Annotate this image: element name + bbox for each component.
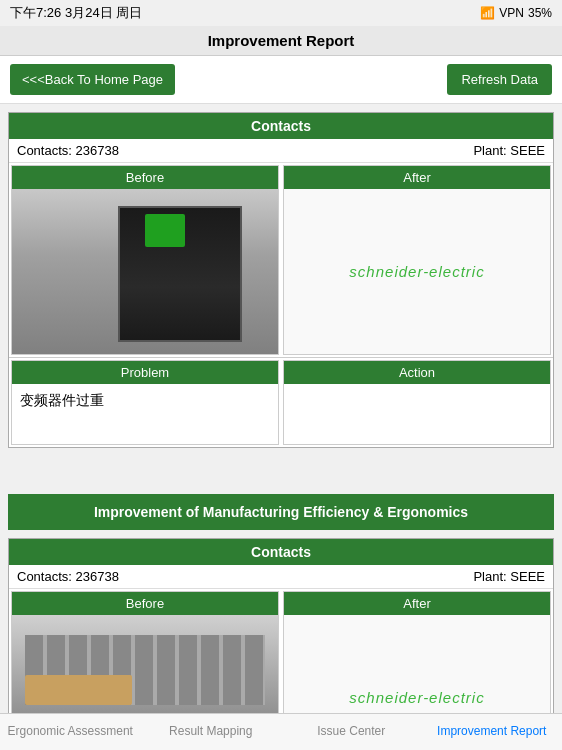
battery-label: 35% [528,6,552,20]
before-image-2 [12,615,278,715]
wifi-icon: 📶 [480,6,495,20]
contacts-header-2: Contacts [9,539,553,565]
tab-result-mapping[interactable]: Result Mapping [141,722,282,740]
factory-scene-2 [12,615,278,715]
top-toolbar: <<<Back To Home Page Refresh Data [0,56,562,104]
refresh-data-button[interactable]: Refresh Data [447,64,552,95]
after-image-1: schneider-electric [284,189,550,354]
contacts-row-2: Contacts: 236738 Plant: SEEE [9,565,553,589]
tab-improvement-report[interactable]: Improvement Report [422,722,563,740]
problem-panel-1: Problem 变频器件过重 [11,360,279,445]
schneider-logo-2: schneider-electric [349,689,484,706]
problem-content-1: 变频器件过重 [12,384,278,444]
page-title: Improvement Report [0,26,562,56]
image-row-1: Before After schneider-electric [9,163,553,358]
vpn-label: VPN [499,6,524,20]
schneider-logo-1: schneider-electric [349,263,484,280]
action-content-1 [284,384,550,444]
contacts-header-1: Contacts [9,113,553,139]
before-image-1 [12,189,278,354]
improvement-banner: Improvement of Manufacturing Efficiency … [8,494,554,530]
contacts-row-1: Contacts: 236738 Plant: SEEE [9,139,553,163]
problem-action-row-1: Problem 变频器件过重 Action [9,358,553,447]
tab-bar: Ergonomic Assessment Result Mapping Issu… [0,713,562,750]
factory-scene-1 [12,189,278,354]
after-header-1: After [284,166,550,189]
action-header-1: Action [284,361,550,384]
contacts-value-2: Contacts: 236738 [17,569,119,584]
problem-header-1: Problem [12,361,278,384]
plant-value-1: Plant: SEEE [473,143,545,158]
plant-value-2: Plant: SEEE [473,569,545,584]
report-block-1: Contacts Contacts: 236738 Plant: SEEE Be… [8,112,554,448]
contacts-value-1: Contacts: 236738 [17,143,119,158]
spacer-1 [0,456,562,486]
action-panel-1: Action [283,360,551,445]
before-panel-1: Before [11,165,279,355]
status-icons: 📶 VPN 35% [480,6,552,20]
tab-ergonomic-assessment[interactable]: Ergonomic Assessment [0,722,141,740]
before-header-2: Before [12,592,278,615]
before-header-1: Before [12,166,278,189]
status-time-date: 下午7:26 3月24日 周日 [10,4,142,22]
after-header-2: After [284,592,550,615]
tab-issue-center[interactable]: Issue Center [281,722,422,740]
after-panel-1: After schneider-electric [283,165,551,355]
status-bar: 下午7:26 3月24日 周日 📶 VPN 35% [0,0,562,26]
back-to-home-button[interactable]: <<<Back To Home Page [10,64,175,95]
